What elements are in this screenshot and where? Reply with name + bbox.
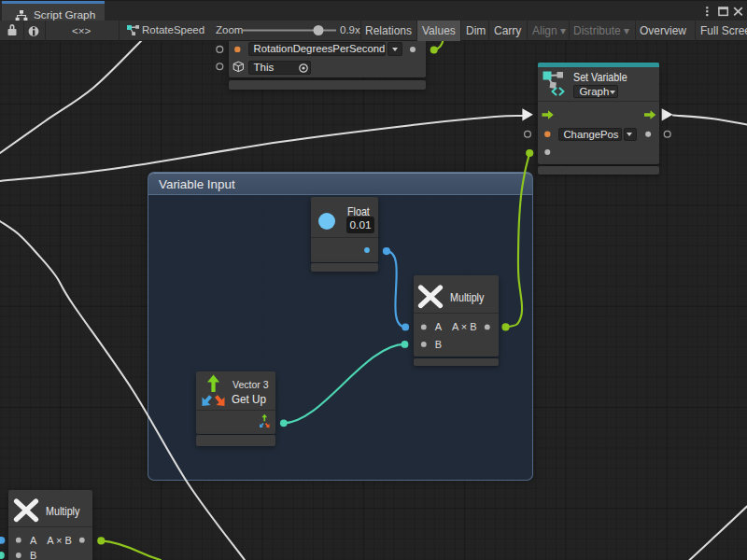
svg-text:<×>: <×> bbox=[72, 25, 91, 36]
